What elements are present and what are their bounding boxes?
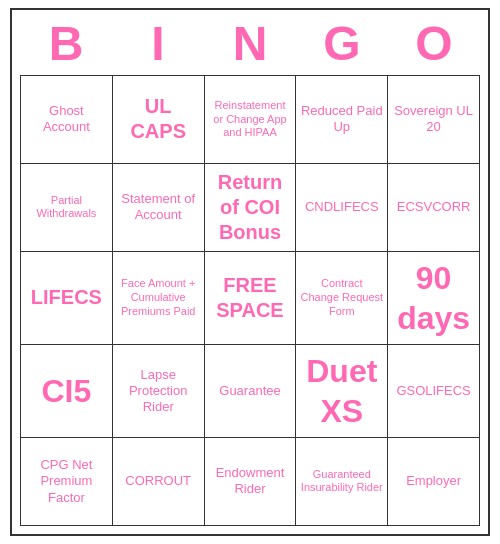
bingo-card: B I N G O Ghost AccountUL CAPSReinstatem…	[10, 8, 490, 536]
bingo-cell-2: Reinstatement or Change App and HIPAA	[205, 76, 297, 164]
letter-g: G	[298, 18, 386, 71]
cell-text-14: 90 days	[392, 258, 475, 338]
cell-text-15: CI5	[42, 371, 92, 411]
cell-text-21: CORROUT	[125, 473, 191, 489]
bingo-cell-19: GSOLIFECS	[388, 345, 480, 438]
cell-text-3: Reduced Paid Up	[300, 103, 383, 136]
bingo-cell-23: Guaranteed Insurability Rider	[296, 438, 388, 526]
cell-text-7: Return of COI Bonus	[209, 170, 292, 245]
cell-text-6: Statement of Account	[117, 191, 200, 224]
cell-text-10: LIFECS	[31, 285, 102, 310]
cell-text-24: Employer	[406, 473, 461, 489]
cell-text-12: FREE SPACE	[209, 273, 292, 323]
bingo-cell-1: UL CAPS	[113, 76, 205, 164]
cell-text-23: Guaranteed Insurability Rider	[300, 468, 383, 496]
cell-text-2: Reinstatement or Change App and HIPAA	[209, 99, 292, 140]
bingo-cell-7: Return of COI Bonus	[205, 164, 297, 252]
bingo-grid: Ghost AccountUL CAPSReinstatement or Cha…	[20, 75, 480, 526]
cell-text-18: Duet XS	[300, 351, 383, 431]
bingo-cell-5: Partial Withdrawals	[21, 164, 113, 252]
cell-text-8: CNDLIFECS	[305, 199, 379, 215]
bingo-cell-13: Contract Change Request Form	[296, 252, 388, 345]
cell-text-9: ECSVCORR	[397, 199, 471, 215]
cell-text-16: Lapse Protection Rider	[117, 367, 200, 416]
cell-text-0: Ghost Account	[25, 103, 108, 136]
cell-text-22: Endowment Rider	[209, 465, 292, 498]
bingo-cell-21: CORROUT	[113, 438, 205, 526]
letter-b: B	[22, 18, 110, 71]
bingo-cell-22: Endowment Rider	[205, 438, 297, 526]
bingo-cell-9: ECSVCORR	[388, 164, 480, 252]
cell-text-11: Face Amount + Cumulative Premiums Paid	[117, 277, 200, 318]
cell-text-13: Contract Change Request Form	[300, 277, 383, 318]
bingo-cell-18: Duet XS	[296, 345, 388, 438]
bingo-cell-6: Statement of Account	[113, 164, 205, 252]
bingo-cell-24: Employer	[388, 438, 480, 526]
cell-text-4: Sovereign UL 20	[392, 103, 475, 136]
bingo-cell-16: Lapse Protection Rider	[113, 345, 205, 438]
bingo-cell-12: FREE SPACE	[205, 252, 297, 345]
bingo-cell-0: Ghost Account	[21, 76, 113, 164]
letter-o: O	[390, 18, 478, 71]
bingo-cell-20: CPG Net Premium Factor	[21, 438, 113, 526]
cell-text-1: UL CAPS	[117, 94, 200, 144]
bingo-cell-3: Reduced Paid Up	[296, 76, 388, 164]
cell-text-17: Guarantee	[219, 383, 280, 399]
bingo-header: B I N G O	[20, 18, 480, 71]
bingo-cell-8: CNDLIFECS	[296, 164, 388, 252]
cell-text-5: Partial Withdrawals	[25, 194, 108, 222]
bingo-cell-11: Face Amount + Cumulative Premiums Paid	[113, 252, 205, 345]
cell-text-20: CPG Net Premium Factor	[25, 457, 108, 506]
letter-n: N	[206, 18, 294, 71]
bingo-cell-17: Guarantee	[205, 345, 297, 438]
bingo-cell-10: LIFECS	[21, 252, 113, 345]
bingo-cell-14: 90 days	[388, 252, 480, 345]
letter-i: I	[114, 18, 202, 71]
cell-text-19: GSOLIFECS	[396, 383, 470, 399]
bingo-cell-15: CI5	[21, 345, 113, 438]
bingo-cell-4: Sovereign UL 20	[388, 76, 480, 164]
